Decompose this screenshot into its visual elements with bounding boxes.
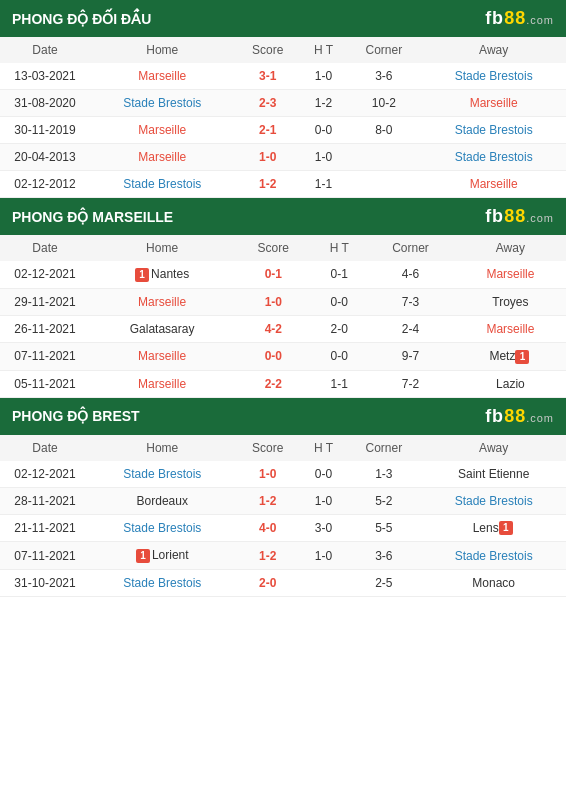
team-away: Metz1 (455, 342, 566, 370)
col-header: Date (0, 435, 90, 461)
team-home: 1Nantes (90, 261, 234, 288)
table-header-row: DateHomeScoreH TCornerAway (0, 435, 566, 461)
table-row: 21-11-2021 Stade Brestois 4-0 3-0 5-5 Le… (0, 514, 566, 542)
match-ht: 1-0 (301, 542, 347, 570)
match-score: 1-0 (235, 144, 301, 171)
col-header: Corner (346, 37, 421, 63)
match-corner: 10-2 (346, 90, 421, 117)
col-header: Date (0, 235, 90, 261)
section-header-marseille: PHONG ĐỘ MARSEILLE fb88.com (0, 198, 566, 235)
col-header: H T (301, 37, 347, 63)
match-ht (301, 570, 347, 597)
match-corner: 3-6 (346, 542, 421, 570)
match-ht: 0-1 (312, 261, 366, 288)
table-row: 28-11-2021 Bordeaux 1-2 1-0 5-2 Stade Br… (0, 487, 566, 514)
match-score: 1-0 (234, 288, 312, 315)
team-home: Marseille (90, 63, 235, 90)
col-header: Corner (346, 435, 421, 461)
match-ht: 1-0 (301, 63, 347, 90)
team-home: Marseille (90, 370, 234, 397)
table-header-row: DateHomeScoreH TCornerAway (0, 37, 566, 63)
section-header-doi-dau: PHONG ĐỘ ĐỐI ĐẦU fb88.com (0, 0, 566, 37)
col-header: Away (455, 235, 566, 261)
match-corner: 9-7 (366, 342, 455, 370)
match-score: 0-0 (234, 342, 312, 370)
table-row: 31-10-2021 Stade Brestois 2-0 2-5 Monaco (0, 570, 566, 597)
match-ht: 1-0 (301, 487, 347, 514)
match-score: 4-2 (234, 315, 312, 342)
col-header: Away (421, 37, 566, 63)
match-ht: 1-2 (301, 90, 347, 117)
match-corner (346, 144, 421, 171)
table-doi-dau: DateHomeScoreH TCornerAway 13-03-2021 Ma… (0, 37, 566, 198)
table-row: 30-11-2019 Marseille 2-1 0-0 8-0 Stade B… (0, 117, 566, 144)
match-score: 1-2 (235, 542, 301, 570)
section-header-brest: PHONG ĐỘ BREST fb88.com (0, 398, 566, 435)
match-corner: 5-5 (346, 514, 421, 542)
match-score: 3-1 (235, 63, 301, 90)
match-score: 2-0 (235, 570, 301, 597)
match-corner (346, 171, 421, 198)
red-card-badge: 1 (499, 521, 513, 535)
table-row: 20-04-2013 Marseille 1-0 1-0 Stade Brest… (0, 144, 566, 171)
team-away: Saint Etienne (421, 461, 566, 488)
team-away: Stade Brestois (421, 117, 566, 144)
table-row: 02-12-2012 Stade Brestois 1-2 1-1 Marsei… (0, 171, 566, 198)
match-date: 26-11-2021 (0, 315, 90, 342)
team-home: Stade Brestois (90, 171, 235, 198)
table-marseille: DateHomeScoreH TCornerAway 02-12-2021 1N… (0, 235, 566, 398)
section-title: PHONG ĐỘ ĐỐI ĐẦU (12, 11, 151, 27)
table-row: 13-03-2021 Marseille 3-1 1-0 3-6 Stade B… (0, 63, 566, 90)
match-ht: 1-0 (301, 144, 347, 171)
match-corner: 8-0 (346, 117, 421, 144)
team-away: Marseille (421, 90, 566, 117)
col-header: Date (0, 37, 90, 63)
col-header: Home (90, 435, 235, 461)
match-corner: 2-4 (366, 315, 455, 342)
team-home: Stade Brestois (90, 570, 235, 597)
match-ht: 1-1 (312, 370, 366, 397)
match-date: 21-11-2021 (0, 514, 90, 542)
col-header: Score (235, 435, 301, 461)
team-home: Marseille (90, 144, 235, 171)
team-away: Stade Brestois (421, 487, 566, 514)
match-score: 1-2 (235, 487, 301, 514)
match-ht: 0-0 (312, 342, 366, 370)
section-title: PHONG ĐỘ MARSEILLE (12, 209, 173, 225)
table-row: 07-11-2021 Marseille 0-0 0-0 9-7 Metz1 (0, 342, 566, 370)
team-away: Stade Brestois (421, 63, 566, 90)
team-home: Bordeaux (90, 487, 235, 514)
table-row: 31-08-2020 Stade Brestois 2-3 1-2 10-2 M… (0, 90, 566, 117)
red-card-badge: 1 (136, 549, 150, 563)
col-header: Score (234, 235, 312, 261)
fb88-logo: fb88.com (485, 206, 554, 227)
red-card-badge: 1 (515, 350, 529, 364)
match-corner: 2-5 (346, 570, 421, 597)
match-ht: 1-1 (301, 171, 347, 198)
team-away: Stade Brestois (421, 144, 566, 171)
match-corner: 4-6 (366, 261, 455, 288)
team-away: Marseille (421, 171, 566, 198)
col-header: Home (90, 37, 235, 63)
col-header: H T (312, 235, 366, 261)
table-row: 05-11-2021 Marseille 2-2 1-1 7-2 Lazio (0, 370, 566, 397)
fb88-logo: fb88.com (485, 406, 554, 427)
match-corner: 1-3 (346, 461, 421, 488)
table-row: 07-11-2021 1Lorient 1-2 1-0 3-6 Stade Br… (0, 542, 566, 570)
team-away: Stade Brestois (421, 542, 566, 570)
table-row: 02-12-2021 1Nantes 0-1 0-1 4-6 Marseille (0, 261, 566, 288)
section-title: PHONG ĐỘ BREST (12, 408, 140, 424)
col-header: Score (235, 37, 301, 63)
match-ht: 0-0 (301, 461, 347, 488)
match-ht: 0-0 (312, 288, 366, 315)
match-date: 13-03-2021 (0, 63, 90, 90)
match-corner: 5-2 (346, 487, 421, 514)
match-date: 20-04-2013 (0, 144, 90, 171)
match-date: 02-12-2021 (0, 461, 90, 488)
match-date: 02-12-2021 (0, 261, 90, 288)
table-header-row: DateHomeScoreH TCornerAway (0, 235, 566, 261)
team-home: Galatasaray (90, 315, 234, 342)
col-header: H T (301, 435, 347, 461)
match-score: 1-0 (235, 461, 301, 488)
team-away: Lazio (455, 370, 566, 397)
